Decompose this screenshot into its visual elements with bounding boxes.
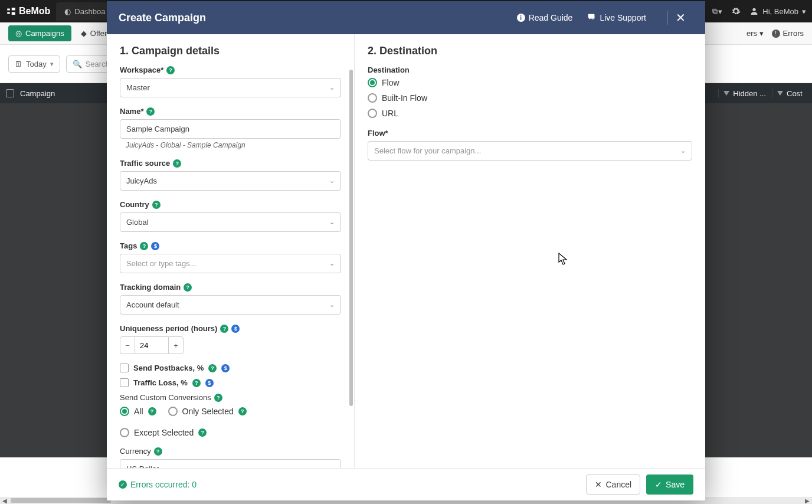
cc-only-radio[interactable] — [168, 407, 178, 416]
errors-status: ✓ Errors occurred: 0 — [119, 480, 197, 489]
close-button[interactable]: ✕ — [667, 11, 693, 25]
chevron-down-icon: ⌄ — [329, 84, 335, 91]
uniqueness-stepper: − + — [120, 336, 341, 354]
help-icon[interactable]: ? — [146, 107, 155, 116]
help-icon[interactable]: ? — [148, 407, 156, 415]
name-input[interactable]: Sample Campaign — [120, 119, 341, 139]
cancel-button[interactable]: ✕Cancel — [586, 474, 640, 495]
help-icon[interactable]: ? — [184, 283, 192, 292]
info-icon[interactable]: $ — [231, 325, 240, 333]
uniqueness-label: Uniqueness period (hours) — [120, 324, 217, 333]
help-icon[interactable]: ? — [238, 407, 247, 415]
decrement-button[interactable]: − — [120, 336, 135, 354]
check-icon: ✓ — [655, 480, 662, 489]
send-postbacks-checkbox[interactable] — [120, 364, 129, 372]
workspace-select[interactable]: Master⌄ — [120, 78, 341, 97]
chevron-down-icon: ⌄ — [329, 177, 335, 185]
name-hint: JuicyAds - Global - Sample Campaign — [120, 139, 341, 149]
save-button[interactable]: ✓Save — [646, 474, 693, 495]
currency-label: Currency — [120, 447, 151, 456]
destination-group-label: Destination — [368, 66, 410, 74]
modal-footer: ✓ Errors occurred: 0 ✕Cancel ✓Save — [107, 468, 705, 500]
section-2-heading: 2. Destination — [368, 45, 692, 57]
custom-conversions-label: Send Custom Conversions — [120, 393, 211, 402]
increment-button[interactable]: + — [168, 336, 184, 354]
traffic-loss-row: Traffic Loss, % ? $ — [120, 378, 341, 387]
country-select[interactable]: Global⌄ — [120, 212, 341, 232]
cc-except-radio[interactable] — [120, 428, 129, 437]
flow-label: Flow* — [368, 129, 388, 138]
modal-header: Create Campaign i Read Guide Live Suppor… — [107, 1, 705, 34]
left-scrollbar[interactable] — [349, 70, 353, 406]
info-icon: i — [517, 14, 525, 22]
help-icon[interactable]: ? — [140, 242, 148, 250]
currency-select[interactable]: US Dollar⌄ — [120, 459, 341, 468]
modal-overlay: Create Campaign i Read Guide Live Suppor… — [0, 0, 812, 504]
name-label: Name* — [120, 107, 143, 116]
send-postbacks-row: Send Postbacks, % ? $ — [120, 364, 341, 372]
info-icon[interactable]: $ — [205, 379, 214, 387]
dest-builtin-radio[interactable] — [368, 93, 377, 103]
help-icon[interactable]: ? — [154, 447, 162, 456]
help-icon[interactable]: ? — [220, 325, 228, 333]
uniqueness-input[interactable] — [135, 336, 168, 354]
help-icon[interactable]: ? — [173, 159, 181, 168]
help-icon[interactable]: ? — [214, 394, 222, 402]
help-icon[interactable]: ? — [152, 201, 161, 209]
traffic-source-select[interactable]: JuicyAds⌄ — [120, 171, 341, 191]
cc-all-radio[interactable] — [120, 407, 129, 416]
chevron-down-icon: ⌄ — [680, 147, 686, 155]
modal-title: Create Campaign — [119, 12, 206, 24]
read-guide-link[interactable]: i Read Guide — [517, 13, 573, 22]
tracking-domain-select[interactable]: Account default⌄ — [120, 295, 341, 315]
workspace-label: Workspace* — [120, 66, 163, 74]
chevron-down-icon: ⌄ — [329, 465, 335, 468]
section-1-heading: 1. Campaign details — [120, 45, 341, 57]
help-icon[interactable]: ? — [198, 428, 207, 437]
help-icon[interactable]: ? — [192, 379, 201, 387]
campaign-details-panel: 1. Campaign details Workspace*? Master⌄ … — [107, 34, 355, 468]
create-campaign-modal: Create Campaign i Read Guide Live Suppor… — [107, 1, 705, 500]
tags-select[interactable]: Select or type tags...⌄ — [120, 254, 341, 273]
dest-flow-radio[interactable] — [368, 78, 377, 87]
live-support-link[interactable]: Live Support — [587, 12, 646, 24]
destination-panel: 2. Destination Destination Flow Built-In… — [355, 34, 705, 468]
country-label: Country — [120, 200, 149, 209]
close-icon: ✕ — [676, 11, 686, 25]
chevron-down-icon: ⌄ — [329, 260, 335, 267]
info-icon[interactable]: $ — [221, 364, 230, 372]
flow-select[interactable]: Select flow for your campaign...⌄ — [368, 141, 692, 161]
help-icon[interactable]: ? — [166, 66, 175, 74]
dest-url-radio[interactable] — [368, 109, 377, 118]
tracking-domain-label: Tracking domain — [120, 283, 181, 292]
chevron-down-icon: ⌄ — [329, 218, 335, 226]
close-icon: ✕ — [595, 480, 602, 489]
info-icon[interactable]: $ — [151, 242, 159, 250]
chevron-down-icon: ⌄ — [329, 301, 335, 309]
traffic-source-label: Traffic source — [120, 159, 170, 168]
check-icon: ✓ — [119, 480, 127, 489]
chat-icon — [587, 12, 596, 24]
traffic-loss-checkbox[interactable] — [120, 378, 129, 387]
help-icon[interactable]: ? — [208, 364, 217, 372]
tags-label: Tags — [120, 241, 137, 250]
